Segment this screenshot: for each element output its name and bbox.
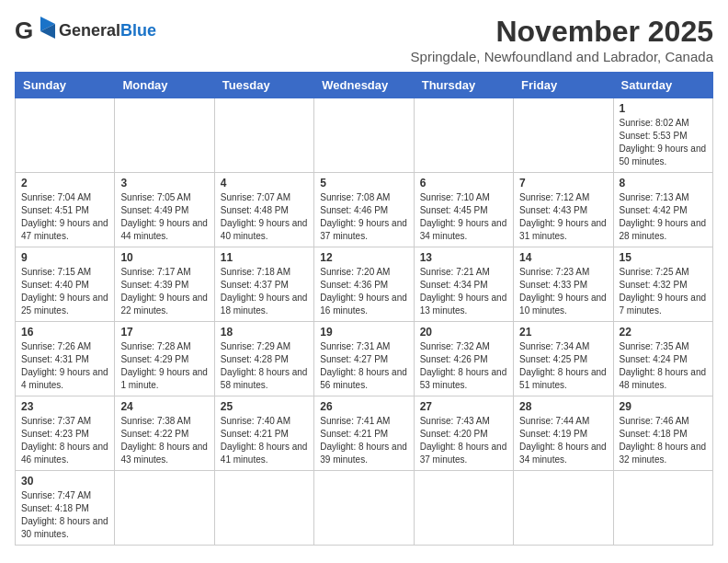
day-info: Sunrise: 7:23 AM Sunset: 4:33 PM Dayligh… xyxy=(519,266,607,317)
day-number: 10 xyxy=(120,251,208,264)
day-info: Sunrise: 7:13 AM Sunset: 4:42 PM Dayligh… xyxy=(620,191,707,243)
calendar-cell: 28Sunrise: 7:44 AM Sunset: 4:19 PM Dayli… xyxy=(514,396,613,471)
weekday-header-thursday: Thursday xyxy=(414,73,513,98)
day-number: 25 xyxy=(221,400,308,413)
day-number: 30 xyxy=(21,475,108,488)
calendar-cell xyxy=(314,98,414,173)
calendar-cell: 22Sunrise: 7:35 AM Sunset: 4:24 PM Dayli… xyxy=(613,322,712,396)
calendar-cell: 6Sunrise: 7:10 AM Sunset: 4:45 PM Daylig… xyxy=(414,173,513,247)
day-number: 21 xyxy=(519,326,607,339)
calendar-week-row: 1Sunrise: 8:02 AM Sunset: 5:53 PM Daylig… xyxy=(16,98,713,173)
calendar-cell: 21Sunrise: 7:34 AM Sunset: 4:25 PM Dayli… xyxy=(514,322,613,396)
calendar-title-area: November 2025 Springdale, Newfoundland a… xyxy=(411,15,713,64)
day-info: Sunrise: 8:02 AM Sunset: 5:53 PM Dayligh… xyxy=(620,117,707,168)
calendar-cell: 8Sunrise: 7:13 AM Sunset: 4:42 PM Daylig… xyxy=(613,173,712,247)
day-info: Sunrise: 7:44 AM Sunset: 4:19 PM Dayligh… xyxy=(519,415,607,466)
calendar-cell: 24Sunrise: 7:38 AM Sunset: 4:22 PM Dayli… xyxy=(115,396,214,471)
calendar-cell xyxy=(16,98,115,173)
calendar-cell xyxy=(514,98,613,173)
svg-text:G: G xyxy=(15,17,33,44)
calendar-cell: 18Sunrise: 7:29 AM Sunset: 4:28 PM Dayli… xyxy=(214,322,313,396)
weekday-header-tuesday: Tuesday xyxy=(214,73,313,98)
day-info: Sunrise: 7:12 AM Sunset: 4:43 PM Dayligh… xyxy=(519,191,607,243)
calendar-cell xyxy=(414,471,513,546)
calendar-table: SundayMondayTuesdayWednesdayThursdayFrid… xyxy=(15,72,713,546)
day-number: 11 xyxy=(221,251,308,264)
day-number: 17 xyxy=(120,326,208,339)
calendar-cell xyxy=(314,471,414,546)
day-info: Sunrise: 7:25 AM Sunset: 4:32 PM Dayligh… xyxy=(620,266,707,317)
calendar-cell: 15Sunrise: 7:25 AM Sunset: 4:32 PM Dayli… xyxy=(613,247,712,322)
day-info: Sunrise: 7:05 AM Sunset: 4:49 PM Dayligh… xyxy=(120,191,208,243)
logo-text: GeneralBlue xyxy=(59,22,156,40)
day-number: 2 xyxy=(21,177,108,190)
day-info: Sunrise: 7:35 AM Sunset: 4:24 PM Dayligh… xyxy=(620,340,707,392)
day-info: Sunrise: 7:41 AM Sunset: 4:21 PM Dayligh… xyxy=(320,415,407,466)
weekday-header-row: SundayMondayTuesdayWednesdayThursdayFrid… xyxy=(16,73,713,98)
calendar-cell: 10Sunrise: 7:17 AM Sunset: 4:39 PM Dayli… xyxy=(115,247,214,322)
day-number: 23 xyxy=(21,400,108,413)
day-number: 18 xyxy=(221,326,308,339)
day-info: Sunrise: 7:43 AM Sunset: 4:20 PM Dayligh… xyxy=(420,415,507,466)
calendar-week-row: 30Sunrise: 7:47 AM Sunset: 4:18 PM Dayli… xyxy=(16,471,713,546)
weekday-header-wednesday: Wednesday xyxy=(314,73,414,98)
weekday-header-friday: Friday xyxy=(514,73,613,98)
day-info: Sunrise: 7:37 AM Sunset: 4:23 PM Dayligh… xyxy=(21,415,108,466)
calendar-cell: 4Sunrise: 7:07 AM Sunset: 4:48 PM Daylig… xyxy=(214,173,313,247)
calendar-week-row: 23Sunrise: 7:37 AM Sunset: 4:23 PM Dayli… xyxy=(16,396,713,471)
day-info: Sunrise: 7:46 AM Sunset: 4:18 PM Dayligh… xyxy=(620,415,707,466)
day-number: 4 xyxy=(221,177,308,190)
day-number: 13 xyxy=(420,251,507,264)
calendar-cell: 5Sunrise: 7:08 AM Sunset: 4:46 PM Daylig… xyxy=(314,173,414,247)
day-number: 22 xyxy=(620,326,707,339)
calendar-cell xyxy=(613,471,712,546)
weekday-header-sunday: Sunday xyxy=(16,73,115,98)
day-number: 16 xyxy=(21,326,108,339)
logo: G GeneralBlue xyxy=(15,15,156,48)
calendar-cell: 19Sunrise: 7:31 AM Sunset: 4:27 PM Dayli… xyxy=(314,322,414,396)
calendar-cell: 29Sunrise: 7:46 AM Sunset: 4:18 PM Dayli… xyxy=(613,396,712,471)
calendar-cell: 23Sunrise: 7:37 AM Sunset: 4:23 PM Dayli… xyxy=(16,396,115,471)
month-title: November 2025 xyxy=(411,15,713,49)
day-info: Sunrise: 7:34 AM Sunset: 4:25 PM Dayligh… xyxy=(519,340,607,392)
calendar-cell xyxy=(214,98,313,173)
day-number: 27 xyxy=(420,400,507,413)
calendar-cell: 27Sunrise: 7:43 AM Sunset: 4:20 PM Dayli… xyxy=(414,396,513,471)
calendar-cell: 7Sunrise: 7:12 AM Sunset: 4:43 PM Daylig… xyxy=(514,173,613,247)
calendar-cell: 26Sunrise: 7:41 AM Sunset: 4:21 PM Dayli… xyxy=(314,396,414,471)
day-number: 9 xyxy=(21,251,108,264)
calendar-subtitle: Springdale, Newfoundland and Labrador, C… xyxy=(411,49,713,64)
page-header: G GeneralBlue November 2025 Springdale, … xyxy=(15,15,713,64)
day-number: 19 xyxy=(320,326,407,339)
calendar-cell xyxy=(214,471,313,546)
day-info: Sunrise: 7:38 AM Sunset: 4:22 PM Dayligh… xyxy=(120,415,208,466)
day-info: Sunrise: 7:07 AM Sunset: 4:48 PM Dayligh… xyxy=(221,191,308,243)
calendar-cell: 17Sunrise: 7:28 AM Sunset: 4:29 PM Dayli… xyxy=(115,322,214,396)
day-info: Sunrise: 7:21 AM Sunset: 4:34 PM Dayligh… xyxy=(420,266,507,317)
calendar-cell xyxy=(115,471,214,546)
day-info: Sunrise: 7:17 AM Sunset: 4:39 PM Dayligh… xyxy=(120,266,208,317)
day-number: 3 xyxy=(120,177,208,190)
calendar-cell: 9Sunrise: 7:15 AM Sunset: 4:40 PM Daylig… xyxy=(16,247,115,322)
day-number: 20 xyxy=(420,326,507,339)
weekday-header-monday: Monday xyxy=(115,73,214,98)
calendar-cell: 3Sunrise: 7:05 AM Sunset: 4:49 PM Daylig… xyxy=(115,173,214,247)
calendar-cell: 16Sunrise: 7:26 AM Sunset: 4:31 PM Dayli… xyxy=(16,322,115,396)
day-info: Sunrise: 7:32 AM Sunset: 4:26 PM Dayligh… xyxy=(420,340,507,392)
day-info: Sunrise: 7:47 AM Sunset: 4:18 PM Dayligh… xyxy=(21,489,108,541)
day-info: Sunrise: 7:04 AM Sunset: 4:51 PM Dayligh… xyxy=(21,191,108,243)
day-info: Sunrise: 7:28 AM Sunset: 4:29 PM Dayligh… xyxy=(120,340,208,392)
calendar-cell: 2Sunrise: 7:04 AM Sunset: 4:51 PM Daylig… xyxy=(16,173,115,247)
day-number: 6 xyxy=(420,177,507,190)
day-info: Sunrise: 7:26 AM Sunset: 4:31 PM Dayligh… xyxy=(21,340,108,392)
calendar-week-row: 2Sunrise: 7:04 AM Sunset: 4:51 PM Daylig… xyxy=(16,173,713,247)
calendar-cell xyxy=(414,98,513,173)
day-number: 29 xyxy=(620,400,707,413)
day-number: 7 xyxy=(519,177,607,190)
day-info: Sunrise: 7:18 AM Sunset: 4:37 PM Dayligh… xyxy=(221,266,308,317)
calendar-week-row: 9Sunrise: 7:15 AM Sunset: 4:40 PM Daylig… xyxy=(16,247,713,322)
logo-icon: G xyxy=(15,15,55,48)
calendar-cell: 12Sunrise: 7:20 AM Sunset: 4:36 PM Dayli… xyxy=(314,247,414,322)
day-number: 1 xyxy=(620,102,707,115)
day-info: Sunrise: 7:29 AM Sunset: 4:28 PM Dayligh… xyxy=(221,340,308,392)
